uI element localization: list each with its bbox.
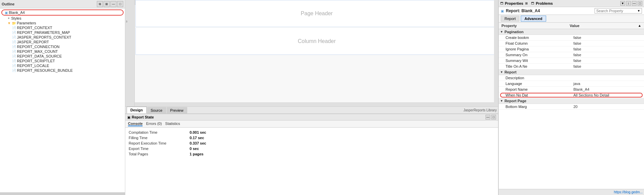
search-property-box[interactable]: ▼ [595,8,642,14]
outline-item-report_parameters_map[interactable]: 📄 REPORT_PARAMETERS_MAP [0,30,125,35]
stats-row: Total Pages1 pages [129,151,495,157]
problems-panel-tab-label: Problems [536,1,553,5]
props-sort-btn[interactable]: ↕ [626,1,631,6]
jasper-library-label: JasperReports Library [464,108,497,112]
report-state-maximize[interactable]: □ [491,115,496,120]
console-tab-console[interactable]: Console [128,122,143,126]
outline-item-report_locale[interactable]: 📄 REPORT_LOCALE [0,63,125,68]
prop-row-report-name: Report NameBlank_A4 [499,87,644,92]
outline-header: Outline ⧉ ⊞ — □ [0,0,125,8]
outline-item-report_context[interactable]: 📄 REPORT_CONTEXT [0,25,125,30]
column-header-label: Column Header [298,38,336,44]
outline-panel: Outline ⧉ ⊞ — □ ▣ Blank_A4✦ Styles▼ 📁 Pa… [0,0,125,195]
report-state-header: ▣ Report State — □ [125,114,498,121]
props-title-row: ▣ Report: Blank_A4 ▼ [499,7,644,15]
outline-item-report_max_count[interactable]: 📄 REPORT_MAX_COUNT [0,49,125,54]
outline-item-report_resource_bundle[interactable]: 📄 REPORT_RESOURCE_BUNDLE [0,68,125,73]
design-tab-design[interactable]: Design [127,107,147,113]
outline-item-report_connection[interactable]: 📄 REPORT_CONNECTION [0,44,125,49]
ruler-left: 3 [125,0,135,106]
outline-title: Outline [2,2,15,6]
prop-section-report_page[interactable]: ▼Report Page [499,98,644,104]
props-minimize-btn[interactable]: — [632,1,637,6]
properties-panel-tab-label: Properties [505,1,523,5]
prop-row-language: Languagejava [499,81,644,87]
prop-row-summary-on: Summary Onfalse [499,52,644,58]
props-tab-report[interactable]: Report [501,16,519,22]
main-layout: Outline ⧉ ⊞ — □ ▣ Blank_A4✦ Styles▼ 📁 Pa… [0,0,644,195]
collapse-all-btn[interactable]: ⧉ [97,1,103,7]
outline-content: ▣ Blank_A4✦ Styles▼ 📁 Parameters📄 REPORT… [0,8,125,192]
prop-row-ignore-pagina: Ignore Paginafalse [499,46,644,52]
prop-row-description: Description [499,75,644,81]
properties-panel: 🗔 Properties ⊠ 🗔 Problems ▼ ↕ — □ ▣ Repo… [498,0,644,195]
outline-item-report_data_source[interactable]: 📄 REPORT_DATA_SOURCE [0,54,125,59]
stats-row: Filling Time0.17 sec [129,135,495,140]
stats-row: Export Time0 sec [129,146,495,151]
center-panel: 3 Page Header Column Header DesignSource… [125,0,498,195]
col-sort-icon: ▲ [638,24,641,28]
report-title-label: Report: Blank_A4 [506,8,540,13]
props-panel-controls: ▼ ↕ — □ [620,1,642,6]
search-dropdown-icon[interactable]: ▼ [637,9,640,13]
horizontal-scrollbar[interactable] [135,102,494,106]
stats-row: Report Execution Time0.337 sec [129,140,495,146]
minimize-btn[interactable]: — [110,1,116,7]
report-state-controls: — □ [486,115,496,120]
report-state-panel: ▣ Report State — □ ConsoleErrors (0)Stat… [125,114,498,195]
design-tab-source[interactable]: Source [147,107,166,113]
column-header-band: Column Header [135,28,498,55]
vertical-scrollbar[interactable] [494,0,498,106]
props-type-tabs: ReportAdvanced [499,15,644,23]
prop-row-create-bookm: Create bookmfalse [499,35,644,41]
prop-section-pagination[interactable]: ▼Pagination [499,29,644,35]
col-value-label: Value [570,24,638,28]
page-header-band: Page Header [135,0,498,27]
prop-row-title-on-a-ne: Title On A Nefalse [499,64,644,69]
prop-row-bottom-marg: Bottom Marg20 [499,104,644,110]
props-tab-advanced[interactable]: Advanced [521,16,546,22]
report-state-title: Report State [132,115,154,119]
props-bottom-status: https://blog.gedm... [499,189,644,195]
report-state-minimize[interactable]: — [486,115,490,120]
page-header-label: Page Header [301,10,332,17]
outline-item-styles[interactable]: ✦ Styles [0,16,125,21]
outline-item-blank_a4[interactable]: ▣ Blank_A4 [1,9,124,16]
search-property-input[interactable] [596,9,637,13]
prop-section-report[interactable]: ▼Report [499,69,644,75]
console-tab-errors--0-[interactable]: Errors (0) [146,122,162,126]
outline-toolbar: ⧉ ⊞ — □ [97,1,123,7]
prop-row-summary-wit: Summary Witfalse [499,58,644,64]
col-property-label: Property [501,24,570,28]
stats-row: Compilation Time0.001 sec [129,130,495,135]
props-filter-btn[interactable]: ▼ [620,1,625,6]
outline-item-jasper_reports_context[interactable]: 📄 JASPER_REPORTS_CONTEXT [0,35,125,40]
props-content: ▼PaginationCreate bookmfalseFloat Column… [499,29,644,189]
properties-panel-header: 🗔 Properties ⊠ 🗔 Problems ▼ ↕ — □ [499,0,644,7]
outline-scroll-thumb[interactable] [0,192,125,195]
props-col-header: Property Value ▲ [499,23,644,29]
expand-all-btn[interactable]: ⊞ [104,1,110,7]
outline-item-jasper_report[interactable]: 📄 JASPER_REPORT [0,40,125,44]
prop-row-when-no-dat: When No DatAll Sections No Detail [499,92,644,98]
outline-item-report_scriptlet[interactable]: 📄 REPORT_SCRIPTLET [0,59,125,63]
console-tab-statistics[interactable]: Statistics [165,122,180,126]
maximize-btn[interactable]: □ [117,1,123,7]
prop-row-float-column: Float Columnfalse [499,41,644,46]
design-tab-preview[interactable]: Preview [167,107,187,113]
stats-table: Compilation Time0.001 secFilling Time0.1… [125,128,498,195]
design-area: 3 Page Header Column Header [125,0,498,106]
design-tabs-bar: DesignSourcePreviewJasperReports Library [125,106,498,114]
status-url: https://blog.gedm... [614,190,643,194]
console-tabs-bar: ConsoleErrors (0)Statistics [125,121,498,128]
props-maximize-btn[interactable]: □ [638,1,642,6]
outline-item-parameters[interactable]: ▼ 📁 Parameters [0,21,125,25]
